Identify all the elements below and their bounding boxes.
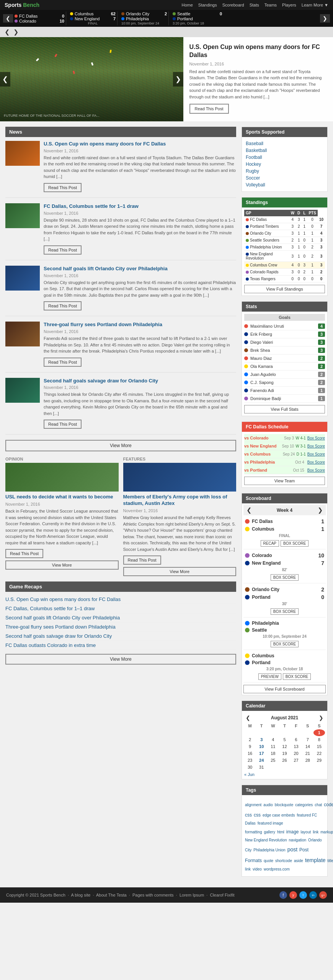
sports-supported-box: Sports Supported Baseball Basketball Foo…: [242, 127, 328, 192]
cal-next-btn[interactable]: ❯: [319, 715, 323, 721]
sport-soccer: Soccer: [246, 175, 323, 181]
social-linkedin-icon[interactable]: in: [309, 891, 317, 899]
nav-home[interactable]: Home: [181, 3, 193, 7]
tag-item[interactable]: blockquote: [275, 803, 293, 807]
tag-item[interactable]: navigation: [289, 838, 307, 842]
scoreboard-boxscore-btn[interactable]: BOX SCORE: [271, 641, 299, 647]
tag-item[interactable]: markup: [320, 830, 333, 834]
news-view-more-btn[interactable]: View More: [5, 440, 236, 451]
article-2-read-btn[interactable]: Read This Post: [44, 245, 82, 255]
footer-link-pages[interactable]: Pages with comments: [132, 893, 174, 897]
features-view-more-btn[interactable]: View More: [123, 567, 237, 576]
cal-prev-btn[interactable]: ❮: [246, 715, 250, 721]
social-gplus-icon[interactable]: g+: [319, 891, 327, 899]
tag-item[interactable]: template: [305, 857, 326, 863]
recap-link-4[interactable]: Three-goal flurry sees Portland down Phi…: [5, 622, 236, 632]
tag-item[interactable]: alignment: [245, 803, 261, 807]
opinion-read-btn[interactable]: Read This Post: [5, 549, 43, 558]
article-5-read-btn[interactable]: Read This Post: [44, 420, 82, 429]
tag-item[interactable]: html: [277, 830, 284, 834]
scores-bar: ❮ FC Dallas 0 Colorado 10 Columbus 62 Ne…: [0, 10, 333, 27]
standings-header: Standings: [242, 198, 327, 207]
social-twitter-icon[interactable]: t: [299, 891, 307, 899]
article-3-title: Second half goals lift Orlando City over…: [44, 266, 236, 272]
nav-stats[interactable]: Stats: [250, 3, 259, 7]
recaps-view-more-btn[interactable]: View More: [5, 654, 236, 665]
tag-item[interactable]: quote: [264, 859, 273, 863]
tag-item[interactable]: layout: [301, 830, 311, 834]
recap-link-3[interactable]: Second half goals lift Orlando City over…: [5, 613, 236, 622]
stat-row: Brek Shea 3: [244, 346, 325, 354]
footer-link-clearof[interactable]: Clearof Fixifit: [210, 893, 234, 897]
nav-scoreboard[interactable]: Scoreboard: [222, 3, 244, 7]
tag-item[interactable]: shortcode: [275, 859, 292, 863]
tag-item[interactable]: gallery: [264, 830, 275, 834]
scoreboard-week: Week 4: [277, 508, 292, 513]
features-read-btn[interactable]: Read This Post: [123, 555, 161, 565]
view-team-btn[interactable]: View Team: [244, 477, 325, 485]
article-3-read-btn[interactable]: Read This Post: [44, 301, 82, 310]
schedule-box: FC Dallas Schedule vs Colorado Sep 3 W 4…: [242, 421, 328, 488]
article-4-text: Fanendo Adi scored the third of three go…: [44, 335, 236, 354]
scores-next-btn[interactable]: ❯: [320, 14, 330, 23]
page-prev-btn[interactable]: ❮: [5, 28, 10, 36]
hero-next-btn[interactable]: ❯: [173, 72, 183, 87]
footer-link-about[interactable]: About The Testa: [96, 893, 127, 897]
opinion-view-more-btn[interactable]: View More: [5, 560, 119, 570]
page-next-btn[interactable]: ❯: [13, 28, 18, 36]
scores-prev-btn[interactable]: ❮: [3, 14, 13, 23]
recap-link-6[interactable]: FC Dallas outlasts Colorado in extra tim…: [5, 641, 236, 650]
schedule-game-row: vs Columbus Sep 24 D 1-1 Box Score: [244, 450, 325, 458]
tag-item[interactable]: post: [287, 846, 297, 853]
view-standings-btn[interactable]: View Full Standings: [244, 285, 325, 293]
article-1-text: Red and white confetti rained down on a …: [44, 155, 236, 180]
tag-item[interactable]: categories: [295, 803, 313, 807]
tag-item[interactable]: css: [254, 812, 261, 818]
scoreboard-recap-btn[interactable]: RECAP: [261, 540, 279, 547]
scoreboard-recap-btn[interactable]: PREVIEW: [258, 673, 281, 680]
article-2-title: FC Dallas, Columbus settle for 1–1 draw: [44, 203, 236, 210]
social-facebook-icon[interactable]: f: [279, 891, 287, 899]
view-stats-btn[interactable]: View Full Stats: [244, 405, 325, 413]
cal-prev-link[interactable]: « Jun: [244, 772, 325, 777]
nav-standings[interactable]: Standings: [198, 3, 217, 7]
tag-item[interactable]: aside: [294, 859, 303, 863]
recap-link-2[interactable]: FC Dallas, Columbus settle for 1–1 draw: [5, 604, 236, 613]
nav-teams[interactable]: Teams: [264, 3, 277, 7]
tag-item[interactable]: video: [253, 867, 262, 871]
hero-prev-btn[interactable]: ❮: [0, 72, 10, 87]
tag-item[interactable]: codeex: [324, 802, 333, 807]
sports-supported-content: Baseball Basketball Football Hockey Rugb…: [242, 137, 327, 191]
view-full-scoreboard-btn[interactable]: View Full Scoreboard: [243, 685, 326, 693]
scoreboard-boxscore-btn[interactable]: BOX SCORE: [271, 574, 299, 581]
tag-item[interactable]: link: [313, 830, 318, 834]
article-4-read-btn[interactable]: Read This Post: [44, 358, 82, 367]
schedule-game-row: vs Portland Oct 15 Box Score: [244, 466, 325, 474]
tag-item[interactable]: title: [328, 859, 333, 863]
tag-item[interactable]: audio: [263, 803, 273, 807]
scoreboard-boxscore-btn[interactable]: BOX SCORE: [281, 540, 309, 547]
footer-link-lorem[interactable]: Lorem Ipsum: [180, 893, 204, 897]
tag-item[interactable]: image: [286, 829, 299, 835]
recap-link-5[interactable]: Second half goals salvage draw for Orlan…: [5, 632, 236, 641]
article-1-read-btn[interactable]: Read This Post: [44, 183, 82, 192]
scoreboard-next-btn[interactable]: ❯: [318, 506, 323, 514]
tag-item[interactable]: edge case embeds: [263, 813, 295, 817]
hero-read-more-btn[interactable]: Read This Post: [189, 104, 229, 114]
standings-box: Standings GP W D L PTS FC Dallas 4: [242, 197, 328, 296]
sport-basketball: Basketball: [246, 147, 323, 154]
tag-item[interactable]: Philadelphia Union: [253, 848, 285, 852]
footer-left: Copyright © 2021 Sports Bench · A blog s…: [6, 893, 235, 897]
score-item-2: Columbus 62 New England 7 FINAL: [66, 11, 116, 25]
scoreboard-boxscore-btn[interactable]: BOX SCORE: [283, 673, 311, 680]
tag-item[interactable]: wordpress.com: [264, 867, 290, 871]
nav-learn-more[interactable]: Learn More ▼: [302, 3, 328, 7]
recap-link-1[interactable]: U.S. Open Cup win opens many doors for F…: [5, 595, 236, 604]
article-4-thumb: [5, 322, 40, 346]
scoreboard-prev-btn[interactable]: ❮: [246, 506, 251, 514]
standings-table: GP W D L PTS FC Dallas 4 3 1 0 10 Portla…: [244, 210, 325, 283]
scoreboard-boxscore-btn[interactable]: BOX SCORE: [271, 608, 299, 615]
tag-item[interactable]: chat: [315, 803, 322, 807]
nav-players[interactable]: Players: [282, 3, 296, 7]
social-youtube-icon[interactable]: y: [289, 891, 297, 899]
